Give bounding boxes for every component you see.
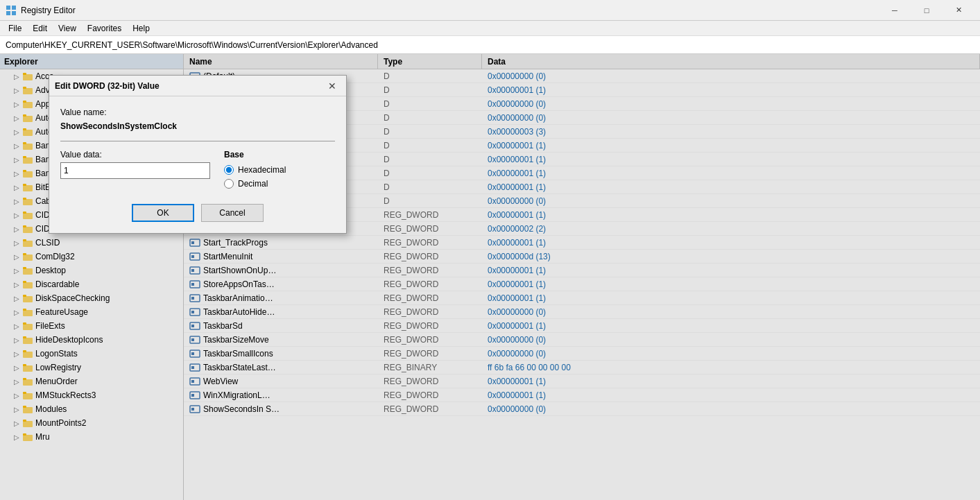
value-name-label: Value name: <box>60 107 335 117</box>
dialog-right-section: Base Hexadecimal Decimal <box>224 150 335 193</box>
edit-dword-dialog: Edit DWORD (32-bit) Value ✕ Value name: … <box>49 75 347 234</box>
close-button[interactable]: ✕ <box>943 0 974 21</box>
dialog-close-button[interactable]: ✕ <box>324 78 341 94</box>
window-controls: ─ □ ✕ <box>879 0 974 21</box>
addressbar: Computer\HKEY_CURRENT_USER\Software\Micr… <box>0 36 980 54</box>
menu-edit[interactable]: Edit <box>27 22 53 35</box>
cancel-button[interactable]: Cancel <box>201 204 264 222</box>
svg-rect-3 <box>12 11 16 15</box>
titlebar-left: Registry Editor <box>6 5 76 16</box>
hexadecimal-label: Hexadecimal <box>238 165 286 175</box>
dialog-row: Value data: Base Hexadecimal Decimal <box>60 150 335 193</box>
main-content: Explorer ▷ Acce ▷ Adva ▷ Appo <box>0 54 980 500</box>
dialog-title: Edit DWORD (32-bit) Value <box>55 81 160 91</box>
base-group-label: Base <box>224 150 335 160</box>
svg-rect-0 <box>6 6 10 10</box>
menu-help[interactable]: Help <box>127 22 155 35</box>
svg-rect-1 <box>12 6 16 10</box>
menubar: File Edit View Favorites Help <box>0 21 980 36</box>
ok-button[interactable]: OK <box>132 204 194 222</box>
menu-favorites[interactable]: Favorites <box>82 22 127 35</box>
app-icon <box>6 5 17 16</box>
value-data-label: Value data: <box>60 150 210 160</box>
value-data-input[interactable] <box>60 162 210 179</box>
dialog-separator <box>60 141 335 141</box>
dialog-buttons: OK Cancel <box>60 204 335 222</box>
decimal-radio[interactable] <box>224 179 234 189</box>
window-title: Registry Editor <box>21 6 76 15</box>
menu-file[interactable]: File <box>3 22 27 35</box>
menu-view[interactable]: View <box>53 22 82 35</box>
value-name-display: ShowSecondsInSystemClock <box>60 120 335 132</box>
hexadecimal-radio[interactable] <box>224 165 234 175</box>
restore-button[interactable]: □ <box>911 0 943 21</box>
titlebar: Registry Editor ─ □ ✕ <box>0 0 980 21</box>
modal-overlay: Edit DWORD (32-bit) Value ✕ Value name: … <box>0 54 980 500</box>
address-path: Computer\HKEY_CURRENT_USER\Software\Micr… <box>6 40 378 50</box>
minimize-button[interactable]: ─ <box>879 0 911 21</box>
svg-rect-2 <box>6 11 10 15</box>
dialog-left-section: Value data: <box>60 150 210 179</box>
decimal-radio-item[interactable]: Decimal <box>224 179 335 189</box>
decimal-label: Decimal <box>238 179 268 189</box>
hexadecimal-radio-item[interactable]: Hexadecimal <box>224 165 335 175</box>
dialog-body: Value name: ShowSecondsInSystemClock Val… <box>49 96 346 233</box>
dialog-titlebar: Edit DWORD (32-bit) Value ✕ <box>49 76 346 96</box>
